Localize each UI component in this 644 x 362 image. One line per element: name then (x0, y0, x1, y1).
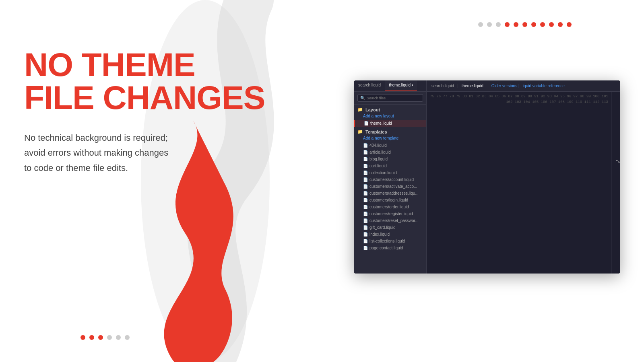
file-name: customers/addresses.liqu... (369, 191, 419, 195)
tab-search-liquid[interactable]: search.liquid (354, 80, 385, 91)
code-editor: search.liquid theme.liquid • 🔍 Search fi… (354, 80, 620, 274)
template-file[interactable]: 📄customers/register.liquid (354, 210, 426, 217)
dot-10 (558, 22, 563, 27)
editor-tab-bar: search.liquid theme.liquid • (354, 80, 426, 92)
file-name: list-collections.liquid (369, 239, 405, 243)
subtitle-line2: avoid errors without making changes (24, 148, 168, 158)
file-icon: 📄 (363, 232, 368, 237)
file-icon: 📄 (363, 191, 368, 195)
file-icon: 📄 (363, 218, 368, 223)
file-icon: 📄 (363, 177, 368, 182)
template-file[interactable]: 📄customers/account.liquid (354, 176, 426, 183)
title-line2: FILE CHANGES (24, 79, 265, 116)
template-file[interactable]: 📄blog.liquid (354, 156, 426, 162)
dot-2 (487, 22, 492, 27)
search-input-display[interactable]: 🔍 Search files... (357, 94, 423, 102)
header-tab-theme[interactable]: theme.liquid (462, 84, 483, 88)
template-file[interactable]: 📄customers/login.liquid (354, 197, 426, 204)
template-file[interactable]: 📄cart.liquid (354, 162, 426, 169)
editor-main: search.liquid | theme.liquid Older versi… (427, 80, 620, 274)
template-file[interactable]: 📄index.liquid (354, 231, 426, 238)
file-name: collection.liquid (369, 171, 397, 175)
dot-b3 (98, 335, 103, 340)
file-name: cart.liquid (369, 164, 387, 168)
dots-top-right (478, 22, 572, 27)
search-area: 🔍 Search files... (354, 92, 426, 105)
dots-bottom-left (80, 335, 130, 340)
file-name: article.liquid (369, 150, 391, 154)
theme-liquid-file[interactable]: 📄 theme.liquid (354, 120, 426, 127)
left-content: NO THEME FILE CHANGES No technical backg… (24, 48, 282, 175)
file-name: customers/reset_passwor... (369, 218, 419, 223)
template-file[interactable]: 📄article.liquid (354, 149, 426, 156)
code-area: 75 76 77 78 79 80 81 82 83 84 85 86 87 8… (427, 92, 620, 274)
code-content: "c-liquid">{% else %} "c-tag"><a href="/… (612, 92, 620, 274)
file-icon: 📄 (363, 246, 368, 250)
file-icon: 📄 (363, 205, 368, 209)
dot-b5 (116, 335, 121, 340)
editor-sidebar: search.liquid theme.liquid • 🔍 Search fi… (354, 80, 427, 274)
templates-section-header: 📁 Templates (354, 127, 426, 135)
template-file[interactable]: 📄customers/order.liquid (354, 204, 426, 210)
dot-b6 (125, 335, 130, 340)
file-icon: 📄 (363, 143, 368, 148)
title-line1: NO THEME (24, 46, 195, 83)
template-file[interactable]: 📄customers/reset_passwor... (354, 217, 426, 224)
file-name: customers/account.liquid (369, 177, 414, 182)
layout-label: Layout (365, 107, 380, 112)
file-icon: 📄 (364, 121, 369, 125)
dot-b2 (89, 335, 94, 340)
template-file[interactable]: 📄collection.liquid (354, 169, 426, 176)
template-file[interactable]: 📄page.contact.liquid (354, 245, 426, 251)
template-file[interactable]: 📄404.liquid (354, 142, 426, 149)
template-file[interactable]: 📄customers/addresses.liqu... (354, 190, 426, 197)
dot-11 (567, 22, 572, 27)
file-icon: 📄 (363, 198, 368, 202)
file-icon: 📄 (363, 157, 368, 161)
dot-b4 (107, 335, 112, 340)
template-file[interactable]: 📄list-collections.liquid (354, 238, 426, 245)
folder-icon: 📁 (357, 107, 363, 112)
subtitle-line1: No technical background is required; (24, 133, 168, 143)
file-icon: 📄 (363, 184, 368, 189)
layout-section-header: 📁 Layout (354, 105, 426, 113)
file-name: customers/order.liquid (369, 205, 409, 209)
editor-code-header: search.liquid | theme.liquid Older versi… (427, 80, 620, 92)
file-icon: 📄 (363, 212, 368, 216)
dot-7 (531, 22, 536, 27)
file-name: index.liquid (369, 232, 390, 237)
subtitle: No technical background is required; avo… (24, 130, 225, 175)
add-template-link[interactable]: Add a new template (354, 135, 426, 142)
tab-theme-liquid[interactable]: theme.liquid • (385, 80, 417, 91)
file-name: customers/login.liquid (369, 198, 408, 202)
templates-label: Templates (365, 130, 387, 134)
file-name: 404.liquid (369, 143, 387, 148)
file-name: customers/activate_acco... (369, 184, 417, 189)
search-icon: 🔍 (360, 96, 365, 100)
add-layout-link[interactable]: Add a new layout (354, 113, 426, 120)
dot-3 (496, 22, 501, 27)
file-icon: 📄 (363, 171, 368, 175)
dot-9 (549, 22, 554, 27)
dot-8 (540, 22, 545, 27)
file-icon: 📄 (363, 164, 368, 168)
dot-4 (505, 22, 510, 27)
search-placeholder: Search files... (367, 96, 389, 100)
dot-1 (478, 22, 483, 27)
template-file[interactable]: 📄customers/activate_acco... (354, 183, 426, 190)
file-name: page.contact.liquid (369, 246, 403, 250)
header-links[interactable]: Older versions | Liquid variable referen… (491, 84, 565, 88)
templates-folder-icon: 📁 (357, 129, 363, 134)
line-numbers: 75 76 77 78 79 80 81 82 83 84 85 86 87 8… (427, 92, 612, 274)
main-title: NO THEME FILE CHANGES (24, 48, 282, 114)
file-icon: 📄 (363, 239, 368, 243)
file-name: gift_card.liquid (369, 225, 395, 230)
file-name: theme.liquid (370, 121, 392, 125)
file-icon: 📄 (363, 225, 368, 230)
header-tab-search[interactable]: search.liquid (431, 84, 454, 88)
file-icon: 📄 (363, 150, 368, 154)
dot-b1 (80, 335, 85, 340)
dot-6 (522, 22, 527, 27)
template-file[interactable]: 📄gift_card.liquid (354, 224, 426, 231)
file-list: 📄404.liquid📄article.liquid📄blog.liquid📄c… (354, 142, 426, 251)
